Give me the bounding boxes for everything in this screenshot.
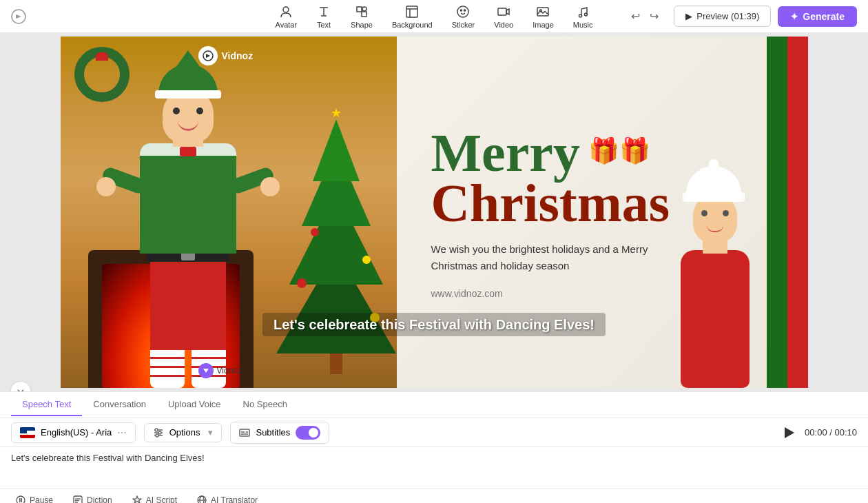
image-icon: [535, 4, 550, 19]
voice-selector-more-icon: ···: [117, 427, 126, 439]
svg-rect-29: [19, 498, 21, 502]
ai-script-button[interactable]: AI Script: [127, 493, 181, 504]
svg-rect-5: [357, 7, 362, 12]
subtitle-text: We wish you the brightest holidays and a…: [431, 241, 679, 274]
time-display: 00:00 / 00:10: [805, 427, 857, 438]
toolbar-logo: [11, 9, 26, 24]
voice-selector[interactable]: English(US) - Aria ···: [11, 422, 136, 443]
svg-point-23: [156, 434, 158, 437]
generate-button[interactable]: ✦ Generate: [778, 6, 857, 27]
pause-button[interactable]: Pause: [11, 493, 57, 504]
tab-upload-voice[interactable]: Upload Voice: [157, 393, 232, 416]
right-stripes: [767, 37, 808, 388]
tool-shape[interactable]: Shape: [351, 4, 373, 29]
tool-avatar[interactable]: Avatar: [276, 4, 298, 29]
text-tool-icon: [316, 4, 331, 19]
svg-point-15: [579, 14, 582, 17]
tool-video[interactable]: Video: [494, 4, 513, 29]
ai-translator-button[interactable]: AI Translator: [192, 493, 262, 504]
vidnoz-bottom-logo: Vidnoz: [198, 363, 242, 378]
tab-speech-text[interactable]: Speech Text: [11, 393, 82, 416]
options-chevron-icon: ▾: [208, 427, 213, 438]
diction-button[interactable]: Diction: [68, 493, 116, 504]
website-text: www.vidnoz.com: [431, 288, 679, 299]
christmas-text: Christmas: [431, 176, 679, 230]
speech-text-area-row: [0, 447, 868, 489]
video-icon: [496, 4, 511, 19]
undo-redo-group: ↩ ↪: [628, 7, 661, 25]
preview-play-icon: ▶: [685, 11, 692, 21]
svg-rect-12: [498, 8, 506, 15]
options-selector[interactable]: Options ▾: [144, 423, 223, 442]
subtitles-control: Subtitles: [230, 422, 329, 444]
redo-button[interactable]: ↪: [647, 7, 661, 25]
canvas-container[interactable]: Vidnoz: [61, 37, 808, 388]
svg-point-9: [457, 6, 468, 17]
top-toolbar: Avatar Text Shape: [0, 0, 868, 33]
shape-icon: [354, 4, 369, 19]
bottom-toolbar: Pause Diction AI Script: [0, 489, 868, 503]
pause-icon: [15, 495, 26, 504]
music-icon: [575, 4, 590, 19]
tab-conversation[interactable]: Conversation: [82, 393, 157, 416]
speech-tabs: Speech Text Conversation Upload Voice No…: [0, 392, 868, 418]
overlay-caption: Let's celebreate this Festival with Danc…: [193, 317, 675, 333]
background-icon: [404, 4, 420, 19]
svg-point-11: [464, 10, 466, 11]
toolbar-actions: ↩ ↪ ▶ Preview (01:39) ✦ Generate: [628, 6, 857, 27]
tool-background[interactable]: Background: [392, 4, 433, 29]
tool-music[interactable]: Music: [573, 4, 593, 29]
tool-sticker[interactable]: Sticker: [452, 4, 475, 29]
undo-button[interactable]: ↩: [628, 7, 643, 25]
svg-point-36: [200, 496, 204, 504]
avatar-icon: [278, 4, 293, 19]
ai-script-icon: [132, 495, 143, 504]
vidnoz-bottom-icon: [198, 363, 214, 378]
bottom-panel: Speech Text Conversation Upload Voice No…: [0, 391, 868, 503]
subtitles-icon: [239, 427, 250, 438]
speech-text-input[interactable]: [11, 453, 857, 483]
tool-image[interactable]: Image: [533, 4, 554, 29]
play-control: 00:00 / 00:10: [780, 423, 857, 442]
svg-point-10: [461, 10, 462, 11]
svg-point-35: [198, 496, 206, 504]
preview-button[interactable]: ▶ Preview (01:39): [674, 6, 771, 27]
svg-point-7: [362, 7, 366, 11]
svg-point-28: [17, 496, 25, 504]
svg-point-16: [585, 13, 588, 16]
green-stripe: [767, 37, 787, 388]
options-sliders-icon: [153, 427, 164, 438]
tool-text[interactable]: Text: [316, 4, 331, 29]
svg-point-1: [283, 7, 289, 12]
play-button[interactable]: [780, 423, 799, 442]
main-canvas-area: Vidnoz: [0, 33, 868, 391]
toolbar-tools: Avatar Text Shape: [276, 4, 593, 29]
app-logo-icon: [11, 9, 26, 24]
svg-rect-8: [406, 6, 417, 17]
sticker-icon: [455, 4, 471, 19]
svg-rect-24: [240, 429, 249, 436]
svg-point-21: [155, 429, 158, 431]
us-flag-icon: [20, 427, 35, 438]
diction-icon: [72, 495, 83, 504]
subtitles-toggle[interactable]: [296, 426, 320, 440]
voice-settings-row: English(US) - Aria ··· Options ▾: [0, 418, 868, 447]
red-stripe: [787, 37, 808, 388]
generate-icon: ✦: [790, 11, 798, 22]
merry-text: Merry: [431, 126, 580, 180]
ai-translator-icon: [196, 495, 207, 504]
svg-rect-6: [362, 12, 366, 17]
tab-no-speech[interactable]: No Speech: [232, 393, 298, 416]
svg-point-22: [158, 431, 161, 434]
svg-rect-30: [21, 498, 23, 502]
play-triangle-icon: [785, 427, 794, 438]
